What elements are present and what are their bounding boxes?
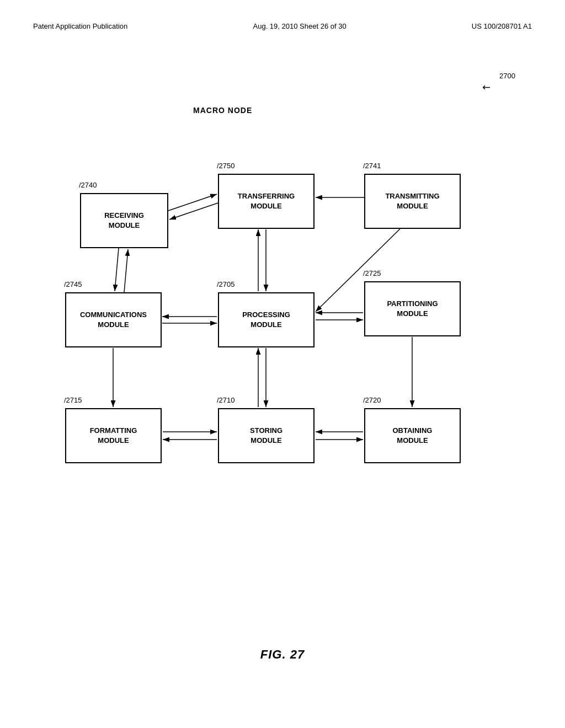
module-receiving: RECEIVINGMODULE — [80, 193, 168, 248]
module-obtaining: OBTAININGMODULE — [364, 408, 461, 463]
module-storing: STORINGMODULE — [218, 408, 315, 463]
ref-communications: /2745 — [64, 280, 82, 288]
module-formatting: FORMATTINGMODULE — [65, 408, 162, 463]
ref-2700: 2700 — [499, 72, 515, 80]
ref-2700-arrow: ↗ — [479, 81, 493, 95]
page-header: Patent Application Publication Aug. 19, … — [33, 22, 532, 30]
ref-formatting: /2715 — [64, 396, 82, 404]
svg-line-2 — [168, 194, 217, 211]
svg-line-7 — [115, 248, 119, 291]
svg-line-8 — [124, 249, 128, 292]
ref-storing: /2710 — [217, 396, 235, 404]
figure-label: FIG. 27 — [260, 647, 305, 662]
module-partitioning: PARTITIONINGMODULE — [364, 281, 461, 336]
header-middle: Aug. 19, 2010 Sheet 26 of 30 — [253, 22, 347, 30]
ref-receiving: /2740 — [79, 181, 97, 189]
module-transmitting: TRANSMITTINGMODULE — [364, 174, 461, 229]
module-processing: PROCESSINGMODULE — [218, 292, 315, 347]
svg-line-3 — [169, 203, 218, 220]
ref-partitioning: /2725 — [363, 269, 381, 277]
ref-obtaining: /2720 — [363, 396, 381, 404]
ref-transmitting: /2741 — [363, 162, 381, 170]
header-left: Patent Application Publication — [33, 22, 127, 30]
diagram-arrows — [33, 66, 532, 629]
ref-processing: /2705 — [217, 280, 235, 288]
module-transferring: TRANSFERRINGMODULE — [218, 174, 315, 229]
diagram-container: 2700 ↗ MACRO NODE — [33, 66, 532, 629]
ref-transferring: /2750 — [217, 162, 235, 170]
module-communications: COMMUNICATIONSMODULE — [65, 292, 162, 347]
header-right: US 100/208701 A1 — [472, 22, 532, 30]
macro-node-label: MACRO NODE — [193, 106, 252, 115]
